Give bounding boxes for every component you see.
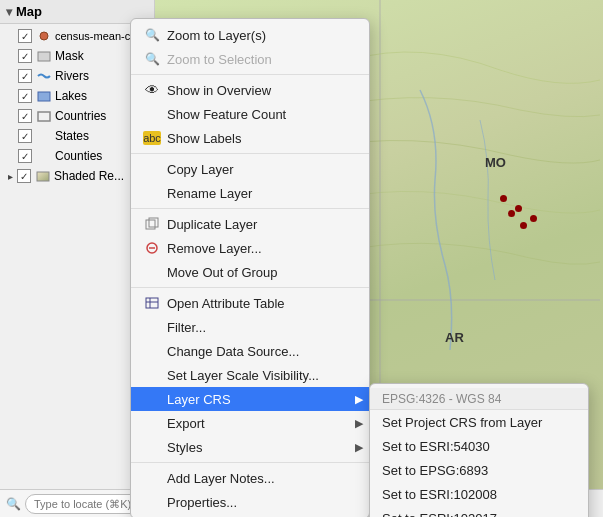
submenu-set-esri-54030[interactable]: Set to ESRI:54030 [370, 434, 588, 458]
menu-move-out-of-group[interactable]: Move Out of Group [131, 260, 369, 284]
menu-duplicate-layer-label: Duplicate Layer [167, 217, 257, 232]
svg-rect-4 [38, 92, 50, 101]
menu-set-layer-scale[interactable]: Set Layer Scale Visibility... [131, 363, 369, 387]
menu-rename-layer-label: Rename Layer [167, 186, 252, 201]
sep-5 [131, 462, 369, 463]
submenu-set-epsg-6893-label: Set to EPSG:6893 [382, 463, 488, 478]
layer-icon-shaded-relief [35, 168, 51, 184]
layer-checkbox-counties[interactable] [18, 149, 32, 163]
menu-export-label: Export [167, 416, 205, 431]
search-icon: 🔍 [6, 497, 21, 511]
svg-rect-3 [38, 52, 50, 61]
zoom-to-layer-icon: 🔍 [143, 28, 161, 42]
menu-set-layer-scale-label: Set Layer Scale Visibility... [167, 368, 319, 383]
map-dot-3 [530, 215, 537, 222]
menu-add-layer-notes[interactable]: Add Layer Notes... [131, 466, 369, 490]
menu-remove-layer[interactable]: Remove Layer... [131, 236, 369, 260]
menu-move-out-label: Move Out of Group [167, 265, 278, 280]
remove-layer-icon [143, 241, 161, 255]
layer-name-mask: Mask [55, 49, 84, 63]
layer-icon-rivers [36, 68, 52, 84]
layer-icon-states [36, 128, 52, 144]
layer-name-shaded-relief: Shaded Re... [54, 169, 124, 183]
submenu-set-esri-102017-label: Set to ESRI:102017 [382, 511, 497, 518]
layer-crs-arrow: ▶ [355, 393, 363, 406]
submenu-set-project-crs-label: Set Project CRS from Layer [382, 415, 542, 430]
layer-name-rivers: Rivers [55, 69, 89, 83]
submenu-set-esri-54030-label: Set to ESRI:54030 [382, 439, 490, 454]
menu-zoom-to-layer[interactable]: 🔍 Zoom to Layer(s) [131, 23, 369, 47]
layer-checkbox-countries[interactable] [18, 109, 32, 123]
panel-title-text: Map [16, 4, 42, 19]
layer-icon-mask [36, 48, 52, 64]
map-dot-1 [500, 195, 507, 202]
menu-filter[interactable]: Filter... [131, 315, 369, 339]
menu-layer-crs[interactable]: Layer CRS ▶ EPSG:4326 - WGS 84 Set Proje… [131, 387, 369, 411]
submenu-set-project-crs[interactable]: Set Project CRS from Layer [370, 410, 588, 434]
menu-copy-layer-label: Copy Layer [167, 162, 233, 177]
menu-remove-layer-label: Remove Layer... [167, 241, 262, 256]
sep-4 [131, 287, 369, 288]
layer-checkbox-states[interactable] [18, 129, 32, 143]
svg-point-2 [40, 32, 48, 40]
mo-label: MO [485, 155, 506, 170]
map-dot-5 [520, 222, 527, 229]
export-arrow: ▶ [355, 417, 363, 430]
map-dot-2 [515, 205, 522, 212]
sep-3 [131, 208, 369, 209]
zoom-to-selection-icon: 🔍 [143, 52, 161, 66]
menu-copy-layer[interactable]: Copy Layer [131, 157, 369, 181]
menu-change-data-source[interactable]: Change Data Source... [131, 339, 369, 363]
ar-label: AR [445, 330, 464, 345]
menu-export[interactable]: Export ▶ [131, 411, 369, 435]
submenu-set-epsg-6893[interactable]: Set to EPSG:6893 [370, 458, 588, 482]
menu-duplicate-layer[interactable]: Duplicate Layer [131, 212, 369, 236]
layer-checkbox-shaded-relief[interactable] [17, 169, 31, 183]
show-in-overview-icon: 👁 [143, 82, 161, 98]
layer-name-lakes: Lakes [55, 89, 87, 103]
duplicate-layer-icon [143, 217, 161, 231]
submenu-set-esri-102008-label: Set to ESRI:102008 [382, 487, 497, 502]
menu-show-labels[interactable]: abc Show Labels [131, 126, 369, 150]
menu-zoom-to-selection-label: Zoom to Selection [167, 52, 272, 67]
menu-show-feature-count[interactable]: Show Feature Count [131, 102, 369, 126]
layer-checkbox-census[interactable] [18, 29, 32, 43]
sep-1 [131, 74, 369, 75]
submenu-header-text: EPSG:4326 - WGS 84 [382, 392, 501, 406]
menu-show-labels-label: Show Labels [167, 131, 241, 146]
map-dot-4 [508, 210, 515, 217]
menu-show-in-overview-label: Show in Overview [167, 83, 271, 98]
sep-2 [131, 153, 369, 154]
svg-rect-11 [146, 298, 158, 308]
panel-icon: ▾ [6, 5, 12, 19]
submenu-set-esri-102017[interactable]: Set to ESRI:102017 [370, 506, 588, 517]
styles-arrow: ▶ [355, 441, 363, 454]
submenu-header: EPSG:4326 - WGS 84 [370, 388, 588, 410]
layer-crs-submenu: EPSG:4326 - WGS 84 Set Project CRS from … [369, 383, 589, 517]
menu-rename-layer[interactable]: Rename Layer [131, 181, 369, 205]
menu-properties[interactable]: Properties... [131, 490, 369, 514]
layer-checkbox-rivers[interactable] [18, 69, 32, 83]
menu-zoom-to-selection[interactable]: 🔍 Zoom to Selection [131, 47, 369, 71]
group-arrow: ▸ [8, 171, 13, 182]
menu-open-attribute-table[interactable]: Open Attribute Table [131, 291, 369, 315]
menu-filter-label: Filter... [167, 320, 206, 335]
layer-name-states: States [55, 129, 89, 143]
menu-change-data-source-label: Change Data Source... [167, 344, 299, 359]
svg-rect-6 [37, 172, 49, 181]
layer-checkbox-mask[interactable] [18, 49, 32, 63]
layer-name-countries: Countries [55, 109, 106, 123]
svg-rect-7 [146, 220, 155, 229]
layer-icon-countries [36, 108, 52, 124]
svg-rect-8 [149, 218, 158, 227]
menu-layer-crs-label: Layer CRS [167, 392, 231, 407]
menu-styles[interactable]: Styles ▶ [131, 435, 369, 459]
menu-add-layer-notes-label: Add Layer Notes... [167, 471, 275, 486]
show-labels-icon: abc [143, 131, 161, 145]
layer-checkbox-lakes[interactable] [18, 89, 32, 103]
layer-icon-counties [36, 148, 52, 164]
menu-zoom-to-layer-label: Zoom to Layer(s) [167, 28, 266, 43]
attribute-table-icon [143, 296, 161, 310]
menu-show-in-overview[interactable]: 👁 Show in Overview [131, 78, 369, 102]
submenu-set-esri-102008[interactable]: Set to ESRI:102008 [370, 482, 588, 506]
